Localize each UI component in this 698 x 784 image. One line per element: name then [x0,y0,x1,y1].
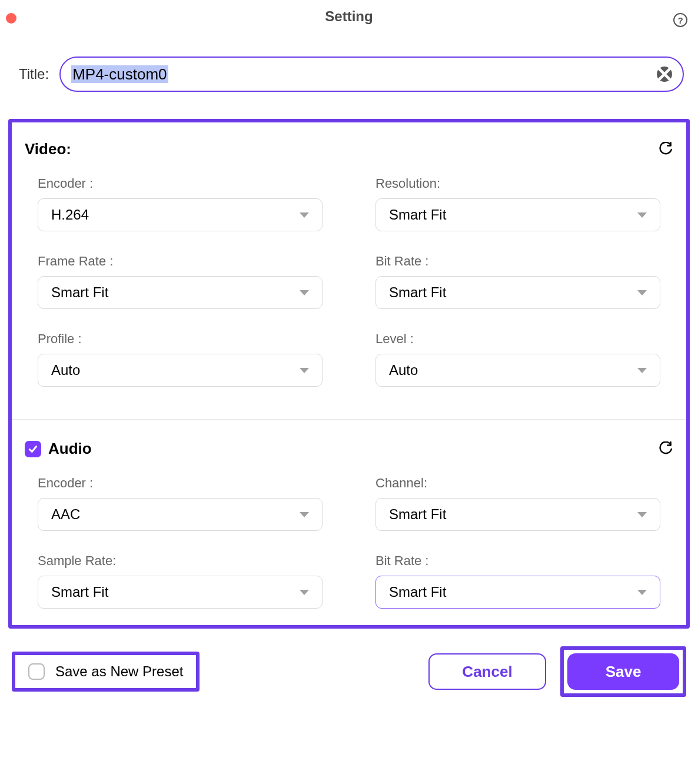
chevron-down-icon [300,290,309,295]
audio-encoder-label: Encoder : [38,476,323,491]
video-encoder-value: H.264 [51,207,89,223]
section-divider [12,419,686,420]
audio-channel-value: Smart Fit [389,506,446,523]
chevron-down-icon [300,512,309,517]
chevron-down-icon [300,368,309,373]
video-framerate-value: Smart Fit [51,284,108,301]
settings-panel: Video: Encoder : H.264 Resolution: Smart… [8,119,690,629]
video-level-value: Auto [389,362,418,378]
video-resolution-select[interactable]: Smart Fit [375,198,660,231]
chevron-down-icon [637,290,647,295]
save-as-preset-label: Save as New Preset [55,663,183,680]
title-input-container: MP4-custom0 [59,57,684,92]
title-input[interactable]: MP4-custom0 [71,65,652,84]
video-bitrate-label: Bit Rate : [375,254,660,269]
audio-channel-label: Channel: [375,476,660,491]
video-profile-label: Profile : [38,331,323,347]
video-section-title: Video: [25,140,71,158]
chevron-down-icon [637,368,647,373]
chevron-down-icon [637,212,647,218]
audio-bitrate-select[interactable]: Smart Fit [375,576,660,609]
audio-samplerate-label: Sample Rate: [38,553,323,569]
chevron-down-icon [300,590,309,595]
audio-enable-checkbox[interactable] [25,441,41,457]
audio-bitrate-value: Smart Fit [389,584,446,600]
video-framerate-select[interactable]: Smart Fit [38,276,323,309]
save-button-highlight: Save [560,646,686,697]
audio-samplerate-select[interactable]: Smart Fit [38,576,323,609]
audio-encoder-select[interactable]: AAC [38,498,323,531]
video-level-label: Level : [375,331,660,347]
video-bitrate-value: Smart Fit [389,284,446,301]
video-bitrate-select[interactable]: Smart Fit [375,276,660,309]
title-label: Title: [19,66,49,82]
audio-channel-select[interactable]: Smart Fit [375,498,660,531]
chevron-down-icon [300,212,309,218]
audio-section-title: Audio [48,440,92,458]
window-title: Setting [11,8,687,25]
video-resolution-label: Resolution: [375,176,660,191]
cancel-button[interactable]: Cancel [428,653,546,690]
video-profile-select[interactable]: Auto [38,354,323,387]
audio-reset-icon[interactable] [658,441,673,457]
audio-bitrate-label: Bit Rate : [375,553,660,569]
save-as-preset-container: Save as New Preset [12,652,200,692]
video-profile-value: Auto [51,362,80,378]
chevron-down-icon [637,512,647,517]
save-as-preset-checkbox[interactable] [28,663,45,680]
audio-encoder-value: AAC [51,506,80,523]
video-encoder-select[interactable]: H.264 [38,198,323,231]
video-reset-icon[interactable] [658,142,673,157]
chevron-down-icon [637,590,647,595]
video-resolution-value: Smart Fit [389,207,446,223]
video-framerate-label: Frame Rate : [38,254,323,269]
window-close-button[interactable] [6,13,16,24]
audio-samplerate-value: Smart Fit [51,584,108,600]
save-button[interactable]: Save [567,653,679,690]
video-encoder-label: Encoder : [38,176,323,191]
clear-title-icon[interactable] [657,67,672,82]
video-level-select[interactable]: Auto [375,354,660,387]
help-icon[interactable]: ? [673,13,687,27]
